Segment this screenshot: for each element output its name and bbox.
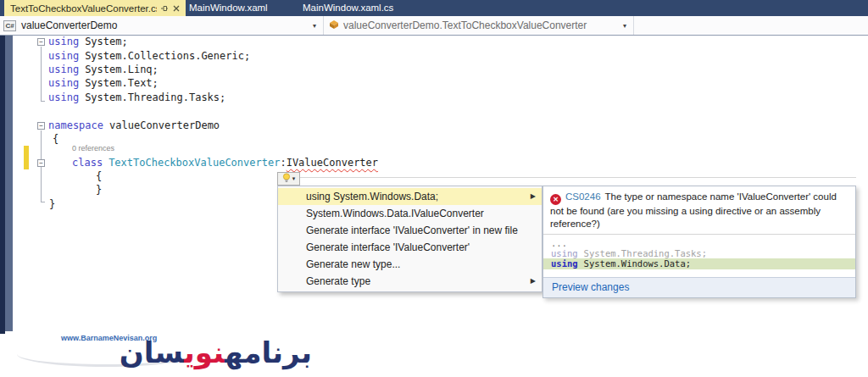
code-text: System; bbox=[85, 36, 128, 47]
outline-guide-tick bbox=[41, 101, 45, 102]
error-preview-panel: ✕CS0246The type or namespace name 'IValu… bbox=[542, 186, 856, 298]
unresolved-type-name[interactable]: IValueConverter bbox=[287, 157, 378, 169]
code-line-class-declaration[interactable]: classTextToCheckboxValueConverter:IValue… bbox=[72, 156, 378, 169]
preview-added-line: usingSystem.Windows.Data; bbox=[543, 258, 855, 269]
menu-item-label: Generate type bbox=[306, 275, 370, 287]
menu-item-label: Generate new type... bbox=[306, 258, 400, 270]
code-line[interactable]: usingSystem.Linq; bbox=[48, 63, 159, 76]
tab-label: MainWindow.xaml bbox=[189, 3, 268, 13]
barnamenevisan-logo: www.BarnameNevisan.org برنامهنویسان bbox=[15, 330, 314, 375]
menu-item-generate-interface-new-file[interactable]: Generate interface 'IValueConverter' in … bbox=[278, 222, 542, 239]
logo-text-navy: سان bbox=[120, 335, 184, 369]
code-line[interactable]: } bbox=[49, 197, 55, 211]
keyword: namespace bbox=[48, 119, 103, 131]
vs-editor-window: TextToCheckboxValueConverter.cs* MainWin… bbox=[0, 0, 868, 377]
keyword: using bbox=[551, 258, 578, 269]
code-text: : bbox=[280, 157, 286, 169]
chevron-down-icon: ▾ bbox=[623, 22, 626, 30]
type-dropdown-label: valueConverterDemo.TextToCheckboxValueCo… bbox=[343, 19, 587, 31]
lightbulb-icon bbox=[282, 171, 291, 186]
collapse-toggle-icon[interactable]: − bbox=[37, 38, 45, 46]
code-text: System.Linq; bbox=[85, 64, 159, 75]
outline-guide-line bbox=[41, 47, 42, 101]
class-name: TextToCheckboxValueConverter bbox=[108, 157, 280, 169]
chevron-down-icon: ▾ bbox=[292, 175, 296, 182]
logo-wordmark: برنامهنویسان bbox=[120, 333, 312, 372]
pin-icon[interactable] bbox=[159, 3, 169, 14]
preview-ellipsis: ... bbox=[543, 238, 855, 248]
code-text: System.Windows.Data; bbox=[584, 258, 691, 269]
indicator-margin bbox=[5, 36, 13, 331]
keyword: using bbox=[48, 36, 79, 47]
keyword: using bbox=[48, 77, 79, 89]
tab-label: TextToCheckboxValueConverter.cs* bbox=[10, 3, 157, 14]
menu-item-generate-type[interactable]: Generate type ▶ bbox=[278, 273, 542, 290]
collapse-toggle-icon[interactable]: − bbox=[37, 122, 45, 130]
code-line[interactable]: usingSystem; bbox=[48, 35, 128, 48]
project-dropdown-label: valueConverterDemo bbox=[21, 19, 117, 31]
quick-action-top-border bbox=[299, 177, 856, 178]
code-line[interactable]: namespacevalueConverterDemo bbox=[48, 119, 220, 132]
logo-text-red: نوی bbox=[184, 335, 225, 369]
outline-guide-tick bbox=[41, 202, 45, 202]
menu-item-label: Generate interface 'IValueConverter' bbox=[306, 241, 470, 253]
menu-item-label: Generate interface 'IValueConverter' in … bbox=[306, 225, 518, 236]
code-text: } bbox=[96, 184, 102, 196]
collapse-toggle-icon[interactable]: − bbox=[37, 159, 45, 167]
close-icon[interactable] bbox=[172, 3, 181, 14]
error-message-block: ✕CS0246The type or namespace name 'IValu… bbox=[543, 186, 855, 234]
preview-existing-line: usingSystem.Threading.Tasks; bbox=[543, 248, 855, 258]
logo-text-navy: برنامه bbox=[225, 335, 312, 369]
code-text: { bbox=[96, 170, 102, 182]
csharp-project-icon: C# bbox=[3, 20, 16, 31]
code-line[interactable]: } bbox=[96, 183, 102, 197]
lightbulb-button[interactable]: ▾ bbox=[277, 172, 300, 186]
menu-item-generate-new-type[interactable]: Generate new type... bbox=[278, 256, 542, 273]
code-text: } bbox=[49, 198, 55, 210]
chevron-down-icon: ▾ bbox=[313, 22, 316, 30]
quick-action-menu: using System.Windows.Data; ▶ System.Wind… bbox=[277, 186, 542, 292]
keyword: class bbox=[72, 157, 103, 169]
code-line[interactable]: { bbox=[53, 132, 58, 146]
tab-label: MainWindow.xaml.cs bbox=[303, 3, 393, 13]
preview-changes-link[interactable]: Preview changes bbox=[543, 277, 855, 297]
tab-mainwindow-xaml[interactable]: MainWindow.xaml bbox=[189, 0, 268, 16]
type-dropdown[interactable]: valueConverterDemo.TextToCheckboxValueCo… bbox=[329, 16, 634, 35]
code-text: System.Threading.Tasks; bbox=[584, 248, 707, 258]
menu-item-label: System.Windows.Data.IValueConverter bbox=[306, 208, 484, 219]
error-icon: ✕ bbox=[550, 194, 561, 205]
navigation-bar: C# valueConverterDemo ▾ valueConverterDe… bbox=[0, 16, 868, 36]
namespace-name: valueConverterDemo bbox=[109, 119, 220, 131]
submenu-arrow-icon: ▶ bbox=[531, 273, 536, 290]
code-text: { bbox=[53, 133, 58, 145]
tab-texttocheckboxvalueconverter[interactable]: TextToCheckboxValueConverter.cs* bbox=[4, 0, 186, 16]
code-text: System.Collections.Generic; bbox=[85, 50, 250, 62]
keyword: using bbox=[48, 91, 79, 103]
menu-item-fully-qualify[interactable]: System.Windows.Data.IValueConverter bbox=[278, 205, 542, 222]
submenu-arrow-icon: ▶ bbox=[531, 188, 536, 205]
document-tab-bar: TextToCheckboxValueConverter.cs* MainWin… bbox=[0, 0, 868, 16]
keyword: using bbox=[551, 248, 578, 258]
code-line[interactable]: usingSystem.Text; bbox=[48, 76, 159, 90]
code-line[interactable]: usingSystem.Threading.Tasks; bbox=[48, 91, 225, 104]
tab-mainwindow-xaml-cs[interactable]: MainWindow.xaml.cs bbox=[303, 0, 393, 16]
code-text: System.Text; bbox=[85, 77, 159, 89]
code-line[interactable]: { bbox=[96, 169, 102, 183]
unsaved-change-bar bbox=[24, 146, 29, 169]
keyword: using bbox=[48, 50, 79, 62]
keyword: using bbox=[48, 64, 79, 75]
menu-item-generate-interface[interactable]: Generate interface 'IValueConverter' bbox=[278, 239, 542, 256]
codelens-references[interactable]: 0 references bbox=[72, 144, 114, 152]
project-dropdown[interactable]: C# valueConverterDemo ▾ bbox=[3, 16, 324, 35]
code-text: System.Threading.Tasks; bbox=[85, 91, 225, 103]
class-icon bbox=[329, 19, 339, 32]
code-line[interactable]: usingSystem.Collections.Generic; bbox=[48, 49, 250, 63]
menu-item-label: using System.Windows.Data; bbox=[306, 191, 438, 202]
menu-item-add-using[interactable]: using System.Windows.Data; ▶ bbox=[278, 188, 542, 205]
error-code: CS0246 bbox=[565, 191, 601, 202]
